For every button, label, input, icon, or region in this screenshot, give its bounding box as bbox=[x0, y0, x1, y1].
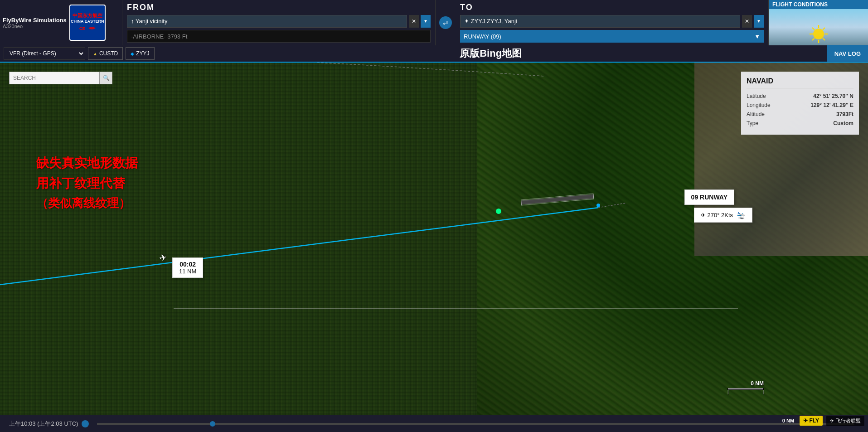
page-title-area: 原版Bing地图 bbox=[155, 47, 827, 60]
chinaflier-text: 飞行者联盟 bbox=[836, 417, 861, 424]
navaid-type-row: Type Custom bbox=[747, 120, 853, 126]
fly-badge: ✈ FLY bbox=[800, 416, 823, 426]
fly-icon: ✈ bbox=[803, 417, 808, 424]
svg-point-1 bbox=[813, 29, 824, 39]
fly-label: FLY bbox=[809, 417, 819, 424]
navaid-longitude-value: 129° 12' 41.29'' E bbox=[810, 102, 853, 108]
to-label: TO bbox=[460, 3, 764, 12]
navaid-longitude-key: Longitude bbox=[747, 102, 771, 108]
top-bar: FlyByWire Simulations A320neo 中国东方航空 CHI… bbox=[0, 0, 868, 45]
chinaflier-icon: ✈ bbox=[830, 418, 834, 424]
flight-conditions-panel: FLIGHT CONDITIONS bbox=[768, 0, 868, 45]
map-area[interactable]: ✈ 🔍 NAVAID Latitude 42° 51' 25.70'' N Lo… bbox=[0, 63, 868, 415]
zyyj-label: ZYYJ bbox=[136, 50, 149, 57]
navaid-latitude-value: 42° 51' 25.70'' N bbox=[813, 93, 853, 99]
navaid-title: NAVAID bbox=[747, 77, 853, 88]
from-section: FROM ✕ ▼ bbox=[122, 0, 436, 45]
map-search-input[interactable] bbox=[9, 72, 100, 84]
sun-icon bbox=[807, 23, 830, 45]
scale-nml-label: 0 NM bbox=[782, 418, 794, 423]
wind-info: ✈ 270° 2Kts bbox=[701, 212, 733, 218]
to-clear-button[interactable]: ✕ bbox=[742, 15, 752, 28]
svg-line-8 bbox=[823, 28, 825, 30]
flight-plan-mode-select[interactable]: VFR (Direct - GPS) bbox=[4, 47, 85, 60]
scale-indicator: 0 NM | | bbox=[727, 380, 764, 394]
map-left-terrain bbox=[0, 63, 477, 415]
from-clear-button[interactable]: ✕ bbox=[409, 15, 419, 28]
landing-icon: 🛬 bbox=[737, 211, 746, 219]
navaid-altitude-row: Altitude 3793Ft bbox=[747, 111, 853, 117]
runway-wind-tooltip: ✈ 270° 2Kts 🛬 bbox=[694, 208, 752, 223]
to-icao-row: ✕ ▼ bbox=[460, 15, 764, 28]
flight-distance: 11 NM bbox=[179, 268, 196, 275]
navaid-altitude-key: Altitude bbox=[747, 111, 765, 117]
scale-text: 0 NM bbox=[751, 380, 764, 387]
navaid-longitude-row: Longitude 129° 12' 41.29'' E bbox=[747, 102, 853, 108]
runway-label: RUNWAY (09) bbox=[464, 33, 501, 40]
navaid-panel: NAVAID Latitude 42° 51' 25.70'' N Longit… bbox=[741, 72, 859, 135]
swap-area: ⇄ bbox=[436, 0, 456, 45]
time-slider-handle bbox=[82, 420, 89, 427]
distance-time-tooltip: 00:02 11 NM bbox=[172, 257, 203, 278]
from-altitude-input[interactable] bbox=[127, 30, 431, 43]
to-section: TO ✕ ▼ RUNWAY (09) ▼ bbox=[456, 0, 768, 45]
runway-select[interactable]: RUNWAY (09) ▼ bbox=[460, 30, 764, 43]
time-slider[interactable] bbox=[97, 423, 854, 425]
runway-endpoint-dot bbox=[596, 204, 600, 207]
nav-log-button[interactable]: NAV LOG bbox=[827, 45, 868, 62]
map-background bbox=[0, 63, 868, 415]
from-label: FROM bbox=[127, 3, 431, 12]
app-subtitle: A320neo bbox=[3, 24, 67, 29]
bottom-logos: 0 NM ✈ FLY ✈ 飞行者联盟 bbox=[779, 409, 868, 432]
runway-label-tooltip: 09 RUNWAY bbox=[684, 189, 734, 205]
swap-icon: ⇄ bbox=[443, 19, 448, 26]
svg-line-6 bbox=[812, 28, 815, 30]
map-road bbox=[174, 308, 738, 309]
search-box: 🔍 bbox=[9, 72, 112, 84]
navaid-latitude-key: Latitude bbox=[747, 93, 766, 99]
map-search-button[interactable]: 🔍 bbox=[100, 72, 112, 84]
custd-triangle-icon: ▲ bbox=[93, 51, 97, 56]
navaid-type-value: Custom bbox=[833, 120, 853, 126]
zyyj-button[interactable]: ◆ ZYYJ bbox=[126, 47, 154, 60]
runway-chevron: ▼ bbox=[754, 33, 760, 40]
annotation-line2: 用补丁纹理代替 bbox=[36, 174, 138, 194]
page-title: 原版Bing地图 bbox=[460, 47, 522, 60]
app-name: FlyByWire Simulations bbox=[3, 17, 67, 24]
svg-text:CE: CE bbox=[79, 26, 85, 31]
annotation-line3: （类似离线纹理） bbox=[36, 194, 138, 213]
to-icao-input[interactable] bbox=[460, 15, 740, 28]
bottom-bar: 上午10:03 (上午2:03 UTC) 0 NM ✈ FLY ✈ 飞行者联盟 bbox=[0, 415, 868, 432]
chinaflier-badge: ✈ 飞行者联盟 bbox=[826, 416, 864, 426]
annotation-line1: 缺失真实地形数据 bbox=[36, 153, 138, 174]
navaid-type-key: Type bbox=[747, 120, 758, 126]
to-dropdown-button[interactable]: ▼ bbox=[754, 15, 764, 28]
from-dropdown-button[interactable]: ▼ bbox=[421, 15, 431, 28]
time-display: 上午10:03 (上午2:03 UTC) bbox=[9, 420, 78, 428]
aircraft-position-dot bbox=[496, 209, 501, 214]
from-location-row: ✕ ▼ bbox=[127, 15, 431, 28]
navaid-altitude-value: 3793Ft bbox=[836, 111, 853, 117]
annotation-text: 缺失真实地形数据 用补丁纹理代替 （类似离线纹理） bbox=[36, 153, 138, 213]
navaid-latitude-row: Latitude 42° 51' 25.70'' N bbox=[747, 93, 853, 99]
svg-line-7 bbox=[823, 38, 825, 40]
custd-button[interactable]: ▲ CUSTD bbox=[88, 47, 123, 60]
zyyj-diamond-icon: ◆ bbox=[131, 51, 134, 56]
search-icon: 🔍 bbox=[103, 75, 110, 81]
svg-line-9 bbox=[812, 38, 815, 40]
from-location-input[interactable] bbox=[127, 15, 407, 28]
to-runway-row: RUNWAY (09) ▼ bbox=[460, 30, 764, 43]
custd-label: CUSTD bbox=[99, 50, 118, 57]
from-altitude-row bbox=[127, 30, 431, 43]
runway-tooltip-label: 09 RUNWAY bbox=[691, 194, 727, 201]
swap-button[interactable]: ⇄ bbox=[439, 16, 452, 29]
toolbar: VFR (Direct - GPS) ▲ CUSTD ◆ ZYYJ 原版Bing… bbox=[0, 45, 868, 63]
flight-time: 00:02 bbox=[179, 261, 196, 268]
weather-background bbox=[769, 9, 868, 45]
logo-area: FlyByWire Simulations A320neo 中国东方航空 CHI… bbox=[0, 0, 122, 45]
flight-conditions-label: FLIGHT CONDITIONS bbox=[769, 0, 868, 9]
airline-logo: 中国东方航空 CHINA EASTERN CE bbox=[69, 5, 106, 41]
